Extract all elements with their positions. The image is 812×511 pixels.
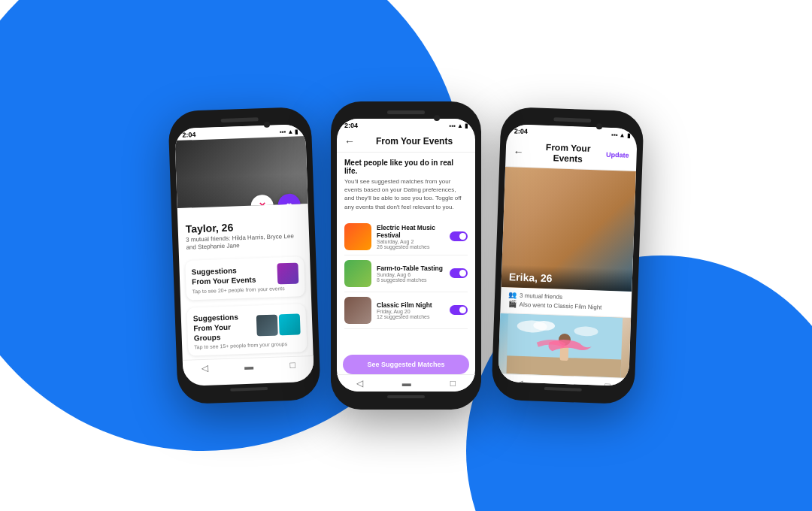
event-info-2: Farm-to-Table Tasting Sunday, Aug 6 8 su… — [377, 265, 450, 283]
event-item-2[interactable]: Farm-to-Table Tasting Sunday, Aug 6 8 su… — [344, 256, 468, 292]
nav-square-2[interactable]: □ — [450, 378, 456, 389]
user-info-1: Taylor, 26 3 mutual friends: Hilda Harri… — [177, 204, 310, 257]
speaker-2 — [387, 110, 425, 114]
time-2: 2:04 — [344, 122, 358, 129]
event-toggle-1[interactable] — [450, 231, 468, 241]
phone-3: 2:04 ▪▪▪ ▲ ▮ ← From Your Events Update E… — [491, 107, 644, 404]
see-suggested-matches-button[interactable]: See Suggested Matches — [343, 355, 469, 374]
status-icons-1: ▪▪▪ ▲ ▮ — [280, 128, 298, 135]
group-thumb-1 — [256, 315, 278, 337]
event-info-1: Electric Heat Music Festival Saturday, A… — [377, 224, 450, 249]
event-name-1: Electric Heat Music Festival — [377, 224, 450, 239]
bottom-nav-2: ◁ ▬ □ — [337, 374, 475, 392]
wifi-icon: ▲ — [287, 128, 293, 135]
event-name-3: Classic Film Night — [377, 301, 450, 309]
signal-icon: ▪▪▪ — [280, 128, 286, 135]
second-photo-3 — [498, 313, 631, 378]
p2-desc-title: Meet people like you do in real life. — [344, 159, 468, 175]
group-thumb-2 — [279, 314, 301, 336]
speaker-1 — [221, 117, 259, 122]
profile-image-3: Erika, 26 — [501, 167, 635, 292]
nav-square-1[interactable]: □ — [289, 360, 295, 370]
battery-icon: ▮ — [295, 128, 298, 135]
time-3: 2:04 — [514, 127, 528, 135]
groups-suggestion-card[interactable]: SuggestionsFrom Your Groups Tap to see 1… — [186, 304, 307, 355]
home-bar-1 — [230, 387, 268, 392]
nav-back-2[interactable]: ◁ — [356, 378, 363, 389]
phone-1: 2:04 ▪▪▪ ▲ ▮ ✕ ♥ — [168, 107, 320, 404]
mutual-count: 3 mutual friends — [520, 292, 562, 300]
mutual-friends-1: 3 mutual friends: Hilda Harris, Bryce Le… — [186, 232, 302, 252]
screen-3: 2:04 ▪▪▪ ▲ ▮ ← From Your Events Update E… — [498, 124, 638, 386]
person-silhouette — [498, 313, 631, 378]
event-item-1[interactable]: Electric Heat Music Festival Saturday, A… — [344, 219, 468, 256]
nav-back-3[interactable]: ◁ — [516, 378, 523, 386]
phones-container: 2:04 ▪▪▪ ▲ ▮ ✕ ♥ — [173, 101, 639, 410]
back-button-2[interactable]: ← — [344, 135, 355, 147]
speaker-3 — [553, 117, 591, 122]
film-icon: 🎬 — [508, 300, 517, 307]
event-date-2: Sunday, Aug 6 — [377, 272, 450, 277]
nav-home-2[interactable]: ▬ — [402, 378, 411, 389]
event-date-1: Saturday, Aug 2 — [377, 239, 450, 244]
p2-desc-body: You'll see suggested matches from your e… — [344, 177, 468, 211]
wifi-icon-2: ▲ — [457, 122, 463, 129]
battery-icon-2: ▮ — [465, 122, 468, 129]
phone-2: 2:04 ▪▪▪ ▲ ▮ ← From Your Events Meet peo… — [331, 101, 481, 410]
event-matches-3: 12 suggested matches — [377, 314, 450, 319]
people-icon: 👥 — [508, 291, 517, 298]
event-attended-label: Also went to Classic Film Night — [520, 301, 602, 310]
nav-home-3[interactable]: ▬ — [559, 379, 568, 386]
camera-2 — [434, 115, 440, 121]
groups-card-images — [256, 314, 301, 337]
hero-image-1: ✕ ♥ — [175, 136, 308, 208]
screen-1: 2:04 ▪▪▪ ▲ ▮ ✕ ♥ — [174, 124, 314, 386]
profile-overlay: Erika, 26 — [501, 265, 632, 292]
profile-name-3: Erika, 26 — [509, 271, 625, 286]
back-button-3[interactable]: ← — [514, 145, 525, 157]
screen-2: 2:04 ▪▪▪ ▲ ▮ ← From Your Events Meet peo… — [337, 119, 475, 392]
groups-card-title: SuggestionsFrom Your Groups — [193, 311, 257, 343]
signal-icon-2: ▪▪▪ — [450, 122, 456, 129]
update-button[interactable]: Update — [606, 151, 629, 159]
status-icons-3: ▪▪▪ ▲ ▮ — [611, 131, 630, 138]
event-img-3 — [344, 297, 371, 324]
event-date-3: Friday, Aug 20 — [377, 309, 450, 314]
event-img-1 — [344, 223, 371, 250]
signal-icon-3: ▪▪▪ — [611, 131, 618, 138]
event-thumb-1 — [277, 262, 298, 284]
events-card-title: SuggestionsFrom Your Events — [191, 265, 256, 286]
home-bar-2 — [387, 395, 425, 398]
time-1: 2:04 — [182, 131, 195, 139]
p2-content: Meet people like you do in real life. Yo… — [337, 153, 475, 349]
p3-header: ← From Your Events Update — [505, 136, 637, 171]
bottom-nav-1: ◁ ▬ □ — [183, 355, 314, 377]
status-bar-2: 2:04 ▪▪▪ ▲ ▮ — [337, 119, 475, 131]
event-matches-2: 8 suggested matches — [377, 277, 450, 283]
p3-header-title: From Your Events — [529, 141, 606, 165]
events-suggestion-card[interactable]: SuggestionsFrom Your Events Tap to see 2… — [185, 256, 305, 300]
nav-home-1[interactable]: ▬ — [244, 361, 253, 371]
event-toggle-2[interactable] — [450, 268, 468, 278]
event-item-3[interactable]: Classic Film Night Friday, Aug 20 12 sug… — [344, 292, 468, 329]
status-icons-2: ▪▪▪ ▲ ▮ — [450, 122, 468, 129]
home-bar-3 — [544, 387, 582, 392]
nav-back-1[interactable]: ◁ — [201, 363, 208, 373]
nav-square-3[interactable]: □ — [604, 381, 611, 386]
event-name-2: Farm-to-Table Tasting — [377, 265, 450, 272]
events-card-images — [277, 262, 298, 284]
p2-header: ← From Your Events — [337, 131, 475, 153]
p2-header-title: From Your Events — [361, 136, 468, 147]
event-img-2 — [344, 260, 371, 287]
battery-icon-3: ▮ — [626, 132, 629, 138]
event-info-3: Classic Film Night Friday, Aug 20 12 sug… — [377, 301, 450, 319]
event-matches-1: 26 suggested matches — [377, 244, 450, 249]
event-toggle-3[interactable] — [450, 305, 468, 315]
wifi-icon-3: ▲ — [620, 132, 626, 138]
profile-meta-3: 👥 3 mutual friends 🎬 Also went to Classi… — [500, 287, 632, 318]
